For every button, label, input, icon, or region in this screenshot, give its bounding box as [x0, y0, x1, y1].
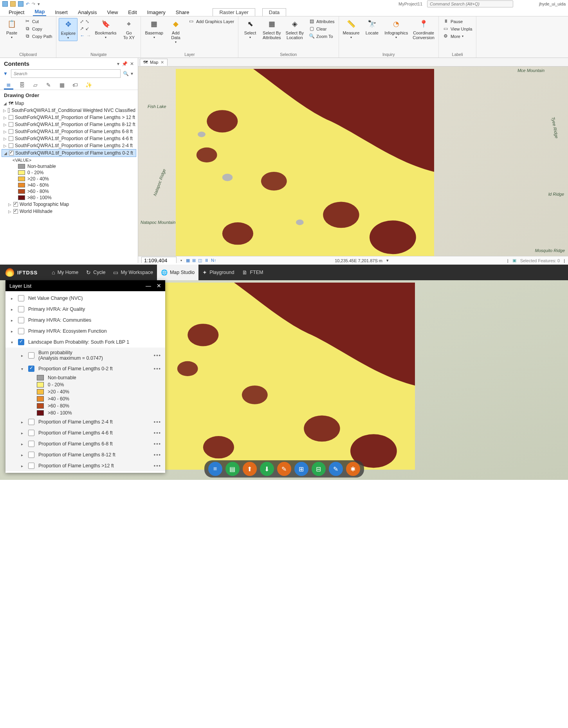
- toc-layer[interactable]: ▷SouthForkQWRA1.tif_Proportion of Flame …: [2, 114, 136, 121]
- toc-base-layer[interactable]: ▷World Hillshade: [2, 208, 136, 215]
- close-tab-icon[interactable]: ✕: [160, 60, 164, 65]
- add-graphics-layer-button[interactable]: ▭Add Graphics Layer: [187, 18, 236, 25]
- map-tool-button[interactable]: ✱: [346, 462, 360, 476]
- tab-map[interactable]: Map: [33, 8, 46, 16]
- layer-checkbox[interactable]: [28, 441, 34, 447]
- expand-icon[interactable]: ▸: [21, 464, 24, 468]
- nav-item[interactable]: ↻Cycle: [82, 265, 109, 280]
- layer-checkbox[interactable]: [13, 209, 18, 214]
- expand-icon[interactable]: ▸: [21, 442, 24, 446]
- layer-checkbox[interactable]: [18, 339, 24, 345]
- toc-layer[interactable]: ▷SouthForkQWRA1.tif_Proportion of Flame …: [2, 128, 136, 135]
- zoom-in-icon[interactable]: ↗: [80, 26, 84, 31]
- map-tool-button[interactable]: ✎: [277, 462, 291, 476]
- expand-icon[interactable]: ▸: [11, 318, 14, 323]
- map-tool-button[interactable]: ≡: [208, 462, 222, 476]
- expand-icon[interactable]: ▷: [3, 144, 7, 148]
- toc-base-layer[interactable]: ▷World Topographic Map: [2, 201, 136, 208]
- tab-raster-layer[interactable]: Raster Layer: [213, 8, 255, 16]
- expand-icon[interactable]: ▸: [11, 307, 14, 312]
- map-tool-button[interactable]: ⊞: [294, 462, 308, 476]
- layer-checkbox[interactable]: [9, 151, 14, 155]
- contents-search-input[interactable]: [11, 69, 121, 78]
- zoom-out-icon[interactable]: ↙: [85, 26, 89, 31]
- add-data-button[interactable]: ◆Add Data▾: [166, 18, 185, 45]
- snap-icon[interactable]: ▦: [186, 258, 190, 263]
- layer-list-item[interactable]: ▾Landscape Burn Probability: South Fork …: [5, 337, 165, 348]
- layer-list-item[interactable]: ▸Proportion of Flame Lengths >12 ft•••: [5, 460, 165, 471]
- layer-checkbox[interactable]: [28, 463, 34, 469]
- layer-list-header[interactable]: Layer List — ✕: [5, 280, 165, 291]
- infographics-button[interactable]: ◔Infographics▾: [383, 18, 409, 40]
- more-icon[interactable]: •••: [154, 463, 161, 469]
- layer-checkbox[interactable]: [18, 306, 24, 312]
- prev-extent-icon[interactable]: ←: [80, 33, 85, 38]
- measure-button[interactable]: 📏Measure▾: [341, 18, 361, 40]
- tab-imagery[interactable]: Imagery: [146, 9, 167, 16]
- layer-list-item[interactable]: ▸Proportion of Flame Lengths 4-6 ft•••: [5, 427, 165, 438]
- layer-list-item[interactable]: ▸Primary HVRA: Communities: [5, 315, 165, 326]
- list-by-drawing-order-icon[interactable]: ≣: [4, 80, 13, 90]
- new-project-icon[interactable]: [2, 1, 8, 7]
- explore-button[interactable]: ✥ Explore▾: [59, 18, 78, 41]
- map-tool-button[interactable]: ✎: [329, 462, 343, 476]
- layer-list-item[interactable]: ▸Proportion of Flame Lengths 2-4 ft•••: [5, 416, 165, 427]
- tab-project[interactable]: Project: [7, 9, 26, 16]
- map-tool-button[interactable]: ⬇: [260, 462, 274, 476]
- layer-checkbox[interactable]: [9, 143, 13, 148]
- cut-button[interactable]: ✂Cut: [23, 18, 54, 25]
- undo-icon[interactable]: ↶: [26, 2, 29, 7]
- gotoxy-button[interactable]: ⌖ Go To XY: [119, 18, 138, 41]
- expand-icon[interactable]: ▷: [3, 108, 6, 113]
- select-by-location-button[interactable]: ◈Select By Location: [284, 18, 305, 41]
- layer-checkbox[interactable]: [18, 328, 24, 334]
- view-unplaced-button[interactable]: ▭View Unpla: [441, 25, 474, 32]
- tab-share[interactable]: Share: [174, 9, 191, 16]
- toc-root-map[interactable]: ◢🗺Map: [2, 100, 136, 107]
- layer-checkbox[interactable]: [9, 129, 13, 134]
- layer-list-item[interactable]: ▸Net Value Change (NVC): [5, 293, 165, 304]
- grid-icon[interactable]: ⊞: [192, 258, 196, 263]
- search-icon[interactable]: 🔍: [123, 71, 128, 76]
- expand-icon[interactable]: ▾: [11, 340, 14, 344]
- list-by-snapping-icon[interactable]: ▦: [57, 80, 67, 90]
- attributes-button[interactable]: ▤Attributes: [307, 18, 336, 25]
- more-icon[interactable]: •••: [154, 353, 161, 358]
- layer-checkbox[interactable]: [13, 202, 18, 207]
- expand-icon[interactable]: ▸: [21, 453, 24, 457]
- layer-checkbox[interactable]: [8, 108, 10, 113]
- tab-edit[interactable]: Edit: [126, 9, 138, 16]
- pause-labels-button[interactable]: ⏸Pause: [441, 18, 474, 25]
- layer-checkbox[interactable]: [18, 317, 24, 323]
- layer-list-item[interactable]: ▸Burn probability (Analysis maximum = 0.…: [5, 348, 165, 363]
- more-icon[interactable]: •••: [154, 452, 161, 458]
- layer-checkbox[interactable]: [9, 115, 13, 120]
- zoom-to-button[interactable]: 🔍Zoom To: [307, 33, 336, 40]
- toc-layer[interactable]: ▷SouthForkQWRA1.tif_Proportion of Flame …: [2, 142, 136, 149]
- layer-checkbox[interactable]: [9, 136, 13, 141]
- map-tool-button[interactable]: ▤: [225, 462, 240, 476]
- basemap-button[interactable]: ▦Basemap▾: [143, 18, 164, 40]
- layer-checkbox[interactable]: [18, 295, 24, 301]
- copy-button[interactable]: ⧉Copy: [23, 25, 54, 32]
- nav-item[interactable]: ✦Playground: [198, 265, 238, 280]
- map-view-tab[interactable]: 🗺 Map ✕: [140, 59, 168, 66]
- north-icon[interactable]: N↑: [211, 258, 216, 263]
- dock-down-icon[interactable]: ▾: [117, 61, 119, 67]
- locate-button[interactable]: 🔭Locate: [362, 18, 381, 36]
- nav-item[interactable]: ▭My Workspace: [109, 265, 157, 280]
- map-tool-button[interactable]: ⬆: [243, 462, 257, 476]
- paste-button[interactable]: 📋 Paste▾: [2, 18, 21, 40]
- layer-checkbox[interactable]: [9, 122, 13, 127]
- map-tool-button[interactable]: ⊟: [312, 462, 326, 476]
- next-extent-icon[interactable]: →: [86, 33, 91, 38]
- minimize-icon[interactable]: —: [146, 283, 151, 289]
- layer-list-item[interactable]: ▸Proportion of Flame Lengths 8-12 ft•••: [5, 449, 165, 460]
- more-icon[interactable]: •••: [154, 366, 161, 371]
- qat-caret-icon[interactable]: ▾: [38, 2, 40, 7]
- tab-analysis[interactable]: Analysis: [76, 9, 98, 16]
- save-icon[interactable]: [18, 1, 23, 7]
- close-icon[interactable]: ✕: [130, 61, 134, 67]
- tab-data[interactable]: Data: [262, 8, 286, 16]
- list-by-selection-icon[interactable]: ▱: [31, 80, 40, 90]
